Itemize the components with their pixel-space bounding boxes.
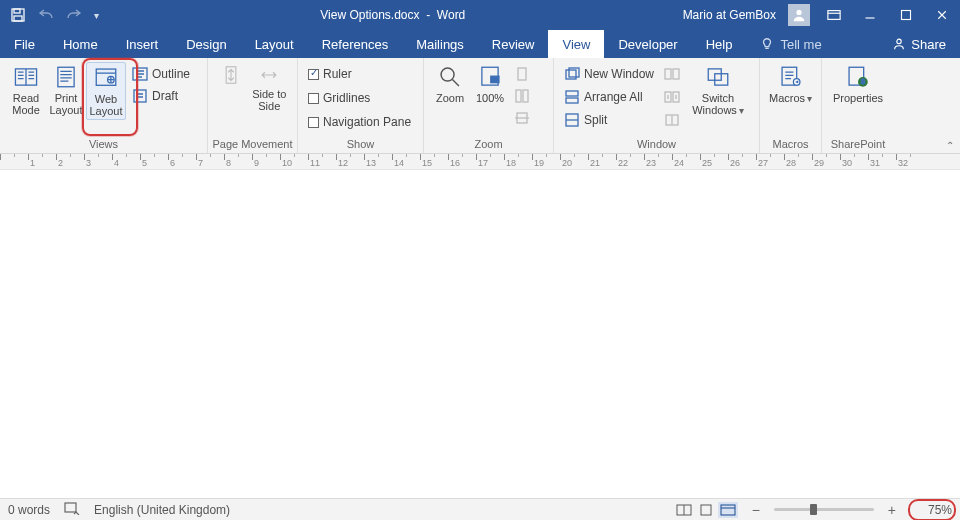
ruler-tick: 20 bbox=[560, 154, 588, 169]
svg-rect-1 bbox=[14, 9, 20, 13]
svg-rect-27 bbox=[673, 69, 679, 79]
tab-help[interactable]: Help bbox=[692, 30, 747, 58]
svg-rect-23 bbox=[566, 91, 578, 96]
ruler-checkbox[interactable]: Ruler bbox=[308, 64, 411, 84]
new-window-button[interactable]: New Window bbox=[564, 64, 654, 84]
tab-home[interactable]: Home bbox=[49, 30, 112, 58]
zoom-level[interactable]: 75% bbox=[910, 503, 952, 517]
ruler-tick: 30 bbox=[840, 154, 868, 169]
group-sharepoint-label: SharePoint bbox=[822, 137, 894, 153]
draft-button[interactable]: Draft bbox=[132, 86, 190, 106]
svg-point-14 bbox=[441, 68, 454, 81]
svg-rect-38 bbox=[65, 503, 76, 512]
close-icon[interactable] bbox=[930, 3, 954, 27]
ruler-tick: 27 bbox=[756, 154, 784, 169]
ruler-tick: 4 bbox=[112, 154, 140, 169]
proofing-icon[interactable] bbox=[64, 501, 80, 518]
svg-rect-19 bbox=[523, 90, 528, 102]
web-layout-view-icon[interactable] bbox=[718, 502, 738, 518]
ruler-tick: 26 bbox=[728, 154, 756, 169]
group-show: Ruler Gridlines Navigation Pane Show bbox=[298, 58, 424, 153]
svg-point-3 bbox=[796, 10, 801, 15]
word-count[interactable]: 0 words bbox=[8, 503, 50, 517]
navigation-pane-checkbox[interactable]: Navigation Pane bbox=[308, 112, 411, 132]
ruler-tick: 23 bbox=[644, 154, 672, 169]
ruler-tick: 8 bbox=[224, 154, 252, 169]
undo-icon[interactable] bbox=[38, 7, 54, 23]
user-avatar[interactable] bbox=[788, 4, 810, 26]
tab-file[interactable]: File bbox=[0, 30, 49, 58]
ruler-tick: 16 bbox=[448, 154, 476, 169]
quick-access-toolbar: ▾ bbox=[0, 7, 109, 23]
minimize-icon[interactable] bbox=[858, 3, 882, 27]
ruler-tick: 32 bbox=[896, 154, 924, 169]
status-bar: 0 words English (United Kingdom) − + 75% bbox=[0, 498, 960, 520]
svg-rect-40 bbox=[701, 505, 711, 515]
tab-developer[interactable]: Developer bbox=[604, 30, 691, 58]
reset-position-button bbox=[664, 110, 680, 130]
group-views-label: Views bbox=[0, 137, 207, 153]
gridlines-checkbox[interactable]: Gridlines bbox=[308, 88, 411, 108]
split-button[interactable]: Split bbox=[564, 110, 654, 130]
zoom-button[interactable]: Zoom bbox=[430, 62, 470, 106]
ruler-tick: 1 bbox=[28, 154, 56, 169]
ruler-tick: 6 bbox=[168, 154, 196, 169]
read-mode-view-icon[interactable] bbox=[674, 502, 694, 518]
read-mode-button[interactable]: Read Mode bbox=[6, 62, 46, 118]
macros-button[interactable]: Macros bbox=[766, 62, 815, 106]
group-window-label: Window bbox=[554, 137, 759, 153]
print-layout-button[interactable]: Print Layout bbox=[46, 62, 86, 118]
svg-point-6 bbox=[897, 39, 901, 43]
one-page-button bbox=[514, 64, 530, 84]
group-macros-label: Macros bbox=[760, 137, 821, 153]
tab-mailings[interactable]: Mailings bbox=[402, 30, 478, 58]
svg-rect-12 bbox=[134, 90, 146, 102]
group-show-label: Show bbox=[298, 137, 423, 153]
save-icon[interactable] bbox=[10, 7, 26, 23]
ruler-tick: 11 bbox=[308, 154, 336, 169]
qat-overflow-icon[interactable]: ▾ bbox=[94, 10, 99, 21]
zoom-out-button[interactable]: − bbox=[752, 502, 760, 518]
group-zoom-label: Zoom bbox=[424, 137, 553, 153]
ruler-tick: 2 bbox=[56, 154, 84, 169]
print-layout-view-icon[interactable] bbox=[696, 502, 716, 518]
ruler-tick: 13 bbox=[364, 154, 392, 169]
document-area[interactable] bbox=[0, 170, 960, 486]
switch-windows-button[interactable]: Switch Windows bbox=[688, 62, 748, 118]
group-macros: Macros Macros bbox=[760, 58, 822, 153]
ruler-tick: 21 bbox=[588, 154, 616, 169]
group-page-movement: Side to Side Page Movement bbox=[208, 58, 298, 153]
ruler-tick: 12 bbox=[336, 154, 364, 169]
ruler-tick: 24 bbox=[672, 154, 700, 169]
share-button[interactable]: Share bbox=[878, 30, 960, 58]
user-name[interactable]: Mario at GemBox bbox=[683, 8, 776, 22]
window-title: View Options.docx - Word bbox=[109, 8, 677, 22]
group-views: Read Mode Print Layout Web Layout Outlin… bbox=[0, 58, 208, 153]
zoom-slider[interactable] bbox=[774, 508, 874, 511]
tab-references[interactable]: References bbox=[308, 30, 402, 58]
web-layout-button[interactable]: Web Layout bbox=[86, 62, 126, 120]
page-width-button bbox=[514, 108, 530, 128]
redo-icon[interactable] bbox=[66, 7, 82, 23]
ribbon-display-icon[interactable] bbox=[822, 3, 846, 27]
tell-me[interactable]: Tell me bbox=[746, 30, 835, 58]
language[interactable]: English (United Kingdom) bbox=[94, 503, 230, 517]
zoom-in-button[interactable]: + bbox=[888, 502, 896, 518]
tab-insert[interactable]: Insert bbox=[112, 30, 173, 58]
checkbox-icon bbox=[308, 69, 319, 80]
arrange-all-button[interactable]: Arrange All bbox=[564, 87, 654, 107]
ruler-tick: 17 bbox=[476, 154, 504, 169]
tab-review[interactable]: Review bbox=[478, 30, 549, 58]
group-zoom: Zoom 100% Zoom bbox=[424, 58, 554, 153]
zoom-100-button[interactable]: 100% bbox=[470, 62, 510, 106]
horizontal-ruler[interactable]: 1234567891011121314151617181920212223242… bbox=[0, 154, 960, 170]
collapse-ribbon-icon[interactable]: ⌃ bbox=[946, 140, 954, 151]
tab-view[interactable]: View bbox=[548, 30, 604, 58]
properties-button[interactable]: S Properties bbox=[828, 62, 888, 106]
tab-design[interactable]: Design bbox=[172, 30, 240, 58]
tab-layout[interactable]: Layout bbox=[241, 30, 308, 58]
checkbox-icon bbox=[308, 117, 319, 128]
outline-button[interactable]: Outline bbox=[132, 64, 190, 84]
maximize-icon[interactable] bbox=[894, 3, 918, 27]
ruler-tick: 31 bbox=[868, 154, 896, 169]
